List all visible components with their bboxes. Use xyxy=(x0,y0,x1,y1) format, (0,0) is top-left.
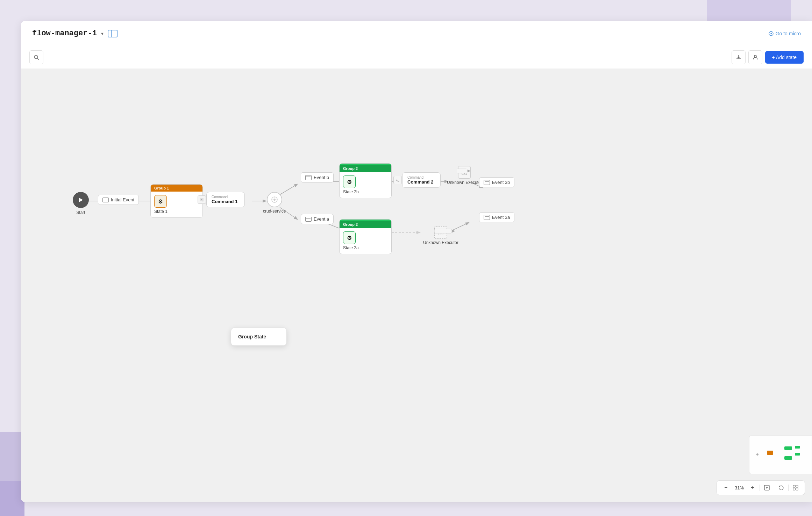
event-b-node[interactable]: Event b xyxy=(301,172,334,182)
group-state-label: Group State xyxy=(238,334,266,339)
executor-top-label: Unknown Executor xyxy=(447,180,482,185)
command1-name: Command 1 xyxy=(212,199,240,204)
goto-micro-link[interactable]: Go to micro xyxy=(769,31,801,36)
group2b-node[interactable]: Group 2 ⚙ State 2b xyxy=(339,163,392,198)
zoom-fit-icon xyxy=(764,485,770,490)
event-3a-label: Event 3a xyxy=(492,215,510,220)
search-button[interactable] xyxy=(29,50,43,64)
start-circle xyxy=(73,192,89,208)
zoom-separator-3 xyxy=(788,485,789,491)
event-3a-node[interactable]: Event 3a xyxy=(479,212,514,222)
event-3b-label: Event 3b xyxy=(492,180,510,185)
svg-rect-29 xyxy=(457,169,467,173)
svg-rect-33 xyxy=(796,485,798,487)
event-3b-content: Event 3b xyxy=(479,177,514,187)
svg-rect-30 xyxy=(434,229,452,233)
command2-type: Command xyxy=(407,175,435,179)
crud-service-node[interactable]: crud-service xyxy=(263,192,286,214)
event-a-envelope-icon xyxy=(305,217,312,222)
event-b-label: Event b xyxy=(314,175,329,180)
header-right: Go to micro xyxy=(769,31,801,36)
event-b-content: Event b xyxy=(301,172,334,182)
service-circle-icon xyxy=(267,192,282,207)
zoom-level-display: 31% xyxy=(733,485,746,490)
group2a-header: Group 2 xyxy=(340,221,391,228)
zoom-reset-button[interactable] xyxy=(776,483,786,493)
start-label: Start xyxy=(76,210,85,215)
executor-bottom-arrow xyxy=(434,227,455,237)
event-a-label: Event a xyxy=(314,216,329,222)
event-3a-content: Event 3a xyxy=(479,212,514,222)
group1-header: Group 1 xyxy=(151,185,202,192)
link-icon xyxy=(769,31,774,36)
event-3b-envelope-icon xyxy=(484,180,490,185)
layout-icon[interactable] xyxy=(108,30,117,37)
group1-state-name: State 1 xyxy=(154,209,168,214)
toolbar: + Add state xyxy=(21,46,812,69)
search-icon xyxy=(34,55,39,60)
group-state-popup[interactable]: Group State xyxy=(231,328,287,346)
group2a-body: ⚙ State 2a xyxy=(340,228,391,254)
minimap-green-2 xyxy=(795,453,800,456)
add-state-button[interactable]: + Add state xyxy=(765,51,804,64)
service-icon xyxy=(271,196,278,203)
group2a-state-icon: ⚙ xyxy=(343,231,356,244)
add-state-label: + Add state xyxy=(772,55,797,60)
zoom-in-button[interactable]: + xyxy=(748,483,757,493)
event-3a-envelope-icon xyxy=(484,215,490,220)
zoom-fit-button[interactable] xyxy=(762,483,772,493)
zoom-controls: − 31% + xyxy=(717,480,805,495)
minimap-canvas xyxy=(749,436,812,474)
zoom-grid-icon xyxy=(793,485,798,490)
group2b-state-icon: ⚙ xyxy=(343,175,356,188)
flow-title[interactable]: flow-manager-1 xyxy=(32,29,97,38)
play-icon xyxy=(79,198,83,202)
svg-line-2 xyxy=(37,58,39,60)
svg-point-3 xyxy=(754,55,756,57)
minimap-dot-1 xyxy=(756,453,758,456)
header-left: flow-manager-1 ▾ xyxy=(32,29,117,38)
minimap xyxy=(749,436,812,474)
group2a-node[interactable]: Group 2 ⚙ State 2a xyxy=(339,219,392,254)
header: flow-manager-1 ▾ Go to micro xyxy=(21,21,812,46)
group2a-state-name: State 2a xyxy=(343,245,359,250)
start-node[interactable]: Start xyxy=(73,192,89,215)
event-a-content: Event a xyxy=(301,214,334,224)
svg-point-1 xyxy=(34,55,38,59)
minimap-node-group2a xyxy=(784,456,792,460)
svg-rect-32 xyxy=(793,485,795,487)
event-b-envelope-icon xyxy=(305,175,312,180)
zoom-reset-icon xyxy=(778,485,784,490)
zoom-separator-1 xyxy=(760,485,760,491)
command2-node[interactable]: >_ Command Command 2 xyxy=(402,172,441,188)
crud-service-label: crud-service xyxy=(263,209,286,214)
user-button[interactable] xyxy=(748,50,762,64)
command1-node[interactable]: >_ Command Command 1 xyxy=(206,192,245,207)
zoom-separator-2 xyxy=(774,485,774,491)
initial-event-label: Initial Event xyxy=(111,197,134,202)
group2b-header: Group 2 xyxy=(340,165,391,172)
command2-name: Command 2 xyxy=(407,179,435,185)
zoom-out-button[interactable]: − xyxy=(721,483,731,493)
event-3b-node[interactable]: Event 3b xyxy=(479,177,514,187)
executor-bottom-label: Unknown Executor xyxy=(423,240,458,245)
event-envelope-icon xyxy=(102,198,109,202)
flow-connections xyxy=(21,69,812,502)
minimap-node-group1 xyxy=(767,451,773,455)
terminal-icon: >_ xyxy=(200,198,204,201)
event-a-node[interactable]: Event a xyxy=(301,214,334,224)
group1-node[interactable]: Group 1 ⚙ State 1 xyxy=(150,184,203,218)
executor-top-arrow xyxy=(457,167,471,177)
command1-type: Command xyxy=(212,195,240,199)
flow-canvas[interactable]: Start Initial Event Group 1 ⚙ State 1 xyxy=(21,69,812,502)
chevron-down-icon[interactable]: ▾ xyxy=(101,31,104,36)
toolbar-right: + Add state xyxy=(732,50,804,64)
download-button[interactable] xyxy=(732,50,746,64)
initial-event-node[interactable]: Initial Event xyxy=(98,195,139,205)
toolbar-left xyxy=(29,50,43,64)
svg-rect-35 xyxy=(796,488,798,490)
initial-event-content: Initial Event xyxy=(98,195,139,205)
download-icon xyxy=(736,55,741,60)
zoom-grid-button[interactable] xyxy=(791,483,800,493)
svg-rect-34 xyxy=(793,488,795,490)
